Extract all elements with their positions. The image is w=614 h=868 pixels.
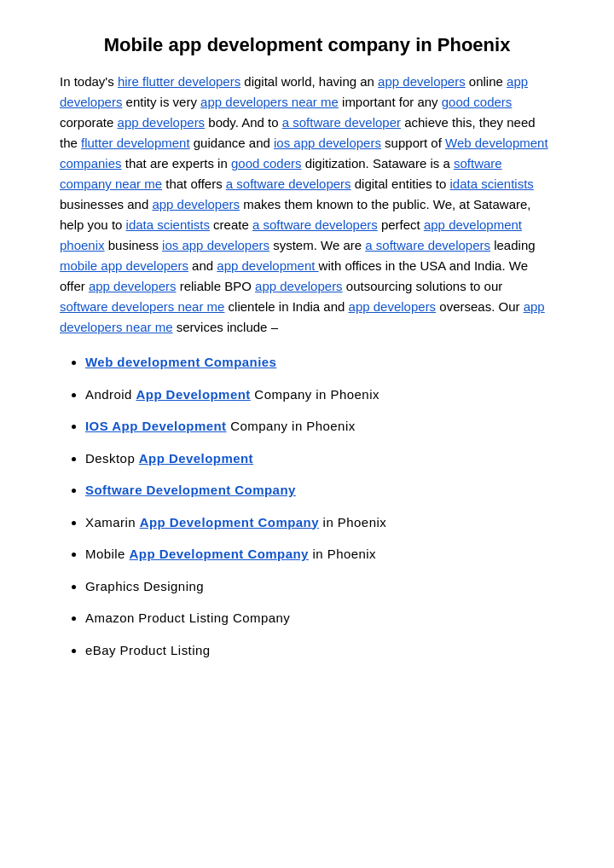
ebay-listing-label: eBay Product Listing xyxy=(85,643,211,657)
link-software-development-company-bullet[interactable]: Software Development Company xyxy=(85,483,296,497)
list-item: Web development Companies xyxy=(85,351,554,373)
link-a-software-developers-3[interactable]: a software developers xyxy=(365,238,490,252)
link-good-coders-1[interactable]: good coders xyxy=(442,95,513,109)
list-item: eBay Product Listing xyxy=(85,639,554,662)
link-ios-app-developers-1[interactable]: ios app developers xyxy=(162,238,269,252)
graphics-designing-label: Graphics Designing xyxy=(85,579,204,593)
link-mobile-app-developers[interactable]: mobile app developers xyxy=(60,258,188,273)
list-item: IOS App Development Company in Phoenix xyxy=(85,415,554,437)
link-app-developers-3[interactable]: app developers xyxy=(152,197,240,211)
link-app-developers-2[interactable]: app developers xyxy=(118,115,206,130)
list-item: Android App Development Company in Phoen… xyxy=(85,384,554,406)
list-item: Xamarin App Development Company in Phoen… xyxy=(85,512,554,534)
link-idata-scientists-2[interactable]: idata scientists xyxy=(126,217,210,232)
intro-paragraph: In today's hire flutter developers digit… xyxy=(60,72,554,338)
link-app-developers-near-me[interactable]: app developers near me xyxy=(200,95,339,109)
link-a-software-developers-2[interactable]: a software developers xyxy=(252,217,378,232)
link-ios-app-development-bullet[interactable]: IOS App Development xyxy=(85,419,227,433)
link-a-software-developer[interactable]: a software developer xyxy=(282,115,401,130)
link-app-developers-5[interactable]: app developers xyxy=(255,279,343,293)
link-app-development-mobile[interactable]: App Development Company xyxy=(130,547,309,561)
link-app-development-android[interactable]: App Development xyxy=(136,387,250,402)
link-app-developers-4[interactable]: app developers xyxy=(89,279,177,293)
list-item: Mobile App Development Company in Phoeni… xyxy=(85,543,554,565)
link-app-development-xamarin[interactable]: App Development Company xyxy=(140,515,319,529)
link-good-coders-2[interactable]: good coders xyxy=(231,156,302,171)
list-item: Desktop App Development xyxy=(85,448,554,470)
link-ios-app-developers-2[interactable]: ios app developers xyxy=(274,136,381,150)
link-flutter-development[interactable]: flutter development xyxy=(81,136,190,150)
page-title: Mobile app development company in Phoeni… xyxy=(60,34,554,56)
link-app-development[interactable]: app development xyxy=(217,258,318,273)
link-web-development-companies-bullet[interactable]: Web development Companies xyxy=(85,355,276,369)
link-app-development-desktop[interactable]: App Development xyxy=(139,451,253,466)
link-hire-flutter-developers[interactable]: hire flutter developers xyxy=(118,74,240,89)
link-app-developers-1[interactable]: app developers xyxy=(378,74,466,89)
list-item: Software Development Company xyxy=(85,479,554,501)
services-list: Web development Companies Android App De… xyxy=(85,351,554,661)
link-software-developers-near-me[interactable]: software developers near me xyxy=(60,299,224,314)
link-idata-scientists-1[interactable]: idata scientists xyxy=(449,176,533,191)
link-app-developers-6[interactable]: app developers xyxy=(349,299,437,314)
list-item: Amazon Product Listing Company xyxy=(85,607,554,629)
amazon-listing-label: Amazon Product Listing Company xyxy=(85,610,290,625)
list-item: Graphics Designing xyxy=(85,576,554,598)
link-a-software-developers-1[interactable]: a software developers xyxy=(226,176,351,191)
